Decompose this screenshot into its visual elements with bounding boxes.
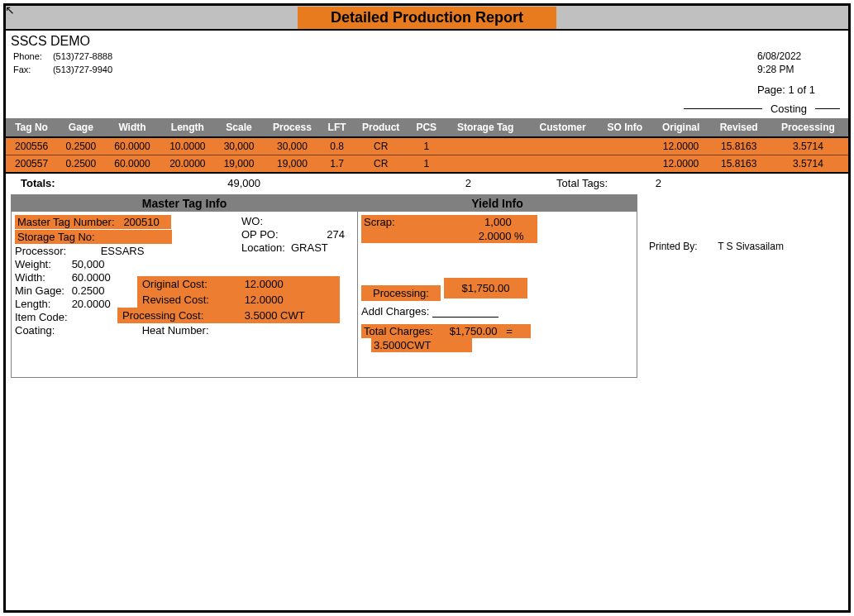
totals-tags-value: 2 [608,177,661,189]
cell: 19,000 [215,155,262,174]
production-table: Tag No Gage Width Length Scale Process L… [6,118,848,174]
col-lft: LFT [322,118,352,137]
processor-label: Processor: [15,245,98,257]
col-product: Product [352,118,410,137]
master-panel-title: Master Tag Info [12,195,357,212]
cell: 0.2500 [57,137,104,155]
col-processing: Processing [768,118,848,137]
mtn-value: 200510 [123,216,159,228]
cell: 30,000 [263,137,322,155]
coating-label: Coating: [15,324,139,337]
cell: 1.7 [322,155,352,174]
total-charges-label: Total Charges: [364,325,446,337]
cell: 19,000 [263,155,322,174]
min-gage-label: Min Gage: [15,284,69,297]
orig-cost-value: 12.0000 [245,278,284,290]
report-time: 9:28 PM [757,64,815,75]
heat-number-label: Heat Number: [142,324,209,337]
cell: 30,000 [215,137,262,155]
col-revised: Revised [709,118,768,137]
cell: 0.8 [322,137,352,155]
company-name: SSCS DEMO [11,34,122,49]
storage-tag: Storage Tag No: [15,230,172,244]
scrap-percent: 2.0000 % [446,230,524,242]
cell: 12.0000 [652,137,710,155]
orig-cost-label: Original Cost: [142,278,241,290]
scrap-label: Scrap: [364,216,442,228]
printed-by: Printed By: T S Sivasailam [649,241,784,252]
col-scale: Scale [215,118,262,137]
rev-cost-label: Revised Cost: [142,294,241,306]
fax-value: (513)727-9940 [52,64,121,75]
phone-label: Phone: [12,50,50,62]
op-po-value: 274 [299,228,345,241]
cell: 200556 [6,137,57,155]
fax-label: Fax: [12,64,50,75]
printed-by-name: T S Sivasailam [718,241,784,252]
length-value: 20.0000 [72,298,111,310]
length-label: Length: [15,298,69,310]
cell [527,137,598,155]
phone-value: (513)727-8888 [52,50,121,62]
col-process: Process [263,118,322,137]
costing-label: Costing [771,103,807,115]
totals-pcs: 2 [260,177,471,189]
master-tag-number: Master Tag Number: 200510 [15,215,171,229]
addl-charges-line [432,317,499,318]
col-so-info: SO Info [598,118,652,137]
totals-label: Totals: [21,177,70,189]
cell: 60.0000 [105,155,160,174]
table-row: 200557 0.2500 60.0000 20.0000 19,000 19,… [6,155,848,174]
op-po-label: OP PO: [241,228,299,241]
title-bar: Detailed Production Report [6,6,848,31]
cell [598,137,652,155]
storage-label: Storage Tag No: [17,231,95,243]
item-code-label: Item Code: [15,311,68,323]
cell: CR [352,155,410,174]
cell [443,155,527,174]
table-header-row: Tag No Gage Width Length Scale Process L… [6,118,848,137]
cell: 3.5714 [768,137,848,155]
min-gage-value: 0.2500 [72,284,105,297]
proc-cost-label: Processing Cost: [122,309,241,322]
proc-cost-value: 3.5000 CWT [245,309,305,322]
scrap-amount: 1,000 [446,216,512,228]
weight-label: Weight: [15,258,69,270]
equals-sign: = [506,325,513,337]
table-row: 200556 0.2500 60.0000 10.0000 30,000 30,… [6,137,848,155]
col-storage-tag: Storage Tag [443,118,527,137]
total-charges-amount: $1,750.00 [450,325,498,337]
cell: 15.8163 [709,137,768,155]
addl-charges-label: Addl Charges: [361,305,429,318]
processing-label: Processing: [361,285,441,301]
master-tag-panel: Master Tag Info Master Tag Number: 20051… [11,194,358,378]
cell: 15.8163 [709,155,768,174]
cursor-icon: ↖ [5,3,15,17]
cell: 60.0000 [105,137,160,155]
cell: 1 [410,137,443,155]
wo-label: WO: [241,215,299,227]
contact-info: Phone: (513)727-8888 Fax: (513)727-9940 [11,49,122,77]
yield-panel: Yield Info Scrap: 1,000 2.0000 % Process… [358,194,637,378]
rev-cost-value: 12.0000 [245,294,284,306]
report-date: 6/08/2022 [757,50,815,62]
report-title: Detailed Production Report [298,7,556,29]
cell [598,155,652,174]
col-length: Length [160,118,215,137]
cell: CR [352,137,410,155]
cell: 12.0000 [652,155,710,174]
cell: 200557 [6,155,57,174]
cell: 10.0000 [160,137,215,155]
col-gage: Gage [57,118,104,137]
col-tag-no: Tag No [6,118,57,137]
width-value: 60.0000 [72,271,111,284]
col-pcs: PCS [410,118,443,137]
page-number: Page: 1 of 1 [757,84,815,96]
totals-tags-label: Total Tags: [471,177,608,189]
costing-heading: Costing [6,103,848,115]
col-width: Width [105,118,160,137]
total-rate: 3.5000CWT [371,338,472,352]
totals-row: Totals: 49,000 2 Total Tags: 2 [6,174,848,194]
processing-amount: $1,750.00 [444,278,528,298]
yield-panel-title: Yield Info [358,195,637,212]
